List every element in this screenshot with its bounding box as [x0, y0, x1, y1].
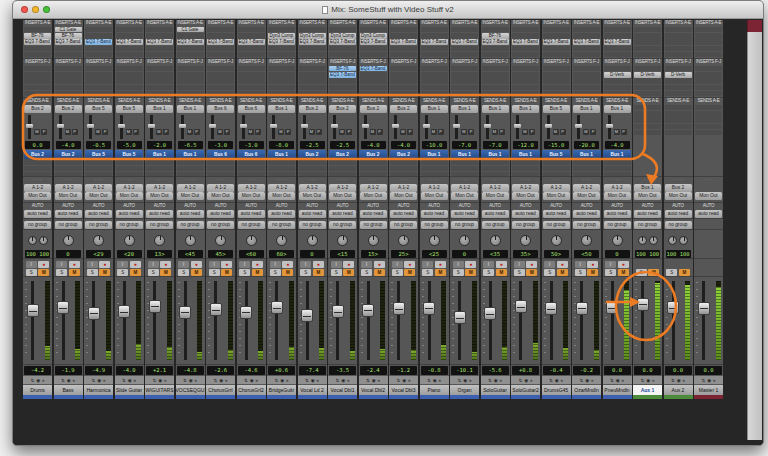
solo-button[interactable]: S: [209, 269, 220, 276]
send-assignment-vocal-dbl3[interactable]: Bus 2: [390, 150, 418, 159]
send-selector-vocal-dbl2[interactable]: Bus 2: [360, 105, 387, 113]
pan-knob[interactable]: [581, 235, 592, 246]
send-slot-empty[interactable]: [695, 124, 722, 130]
automation-mode-slide-guitar[interactable]: auto read: [116, 210, 143, 218]
insert-a4-piano-empty[interactable]: [421, 46, 448, 52]
pan-knob[interactable]: [154, 235, 165, 246]
insert-a3-piano[interactable]: EQ3 7-Band: [421, 39, 448, 45]
insert-a1-wiguitars-empty[interactable]: [146, 27, 173, 33]
send-pre-button[interactable]: P: [72, 129, 78, 135]
pan-knob[interactable]: [124, 235, 135, 246]
group-selector-vocal-dbl3[interactable]: no group: [390, 221, 417, 229]
track-name-piano[interactable]: Piano: [420, 385, 449, 395]
input-monitor-button[interactable]: I: [575, 261, 586, 268]
insert-a2-vocal-dbl2[interactable]: Dyn3 Comp: [360, 33, 387, 39]
insert-f4-vocal-dbl3-empty[interactable]: [390, 85, 417, 91]
insert-a3-vocal-dbl3[interactable]: EQ3 7-Band: [390, 39, 417, 45]
send-pre-button[interactable]: P: [438, 129, 444, 135]
group-selector-vocseqgus[interactable]: no group: [177, 221, 204, 229]
automation-mode-vocal-dbl3[interactable]: auto read: [390, 210, 417, 218]
insert-f2-drumsg45-empty[interactable]: [543, 72, 570, 78]
fader-track-master-1[interactable]: [702, 281, 705, 360]
input-selector-vocal-dbl3[interactable]: A 1-2: [390, 184, 417, 192]
insert-a1-organ-empty[interactable]: [451, 27, 478, 33]
insert-a3-bass[interactable]: EQ3 7-Band: [55, 39, 82, 45]
fader-track-sologuitar2[interactable]: [519, 281, 522, 360]
automation-mode-aux-2[interactable]: auto read: [665, 210, 692, 218]
mute-button[interactable]: M: [526, 269, 537, 276]
mute-button[interactable]: M: [648, 269, 659, 276]
mute-button[interactable]: M: [465, 269, 476, 276]
send-mute-button[interactable]: M: [461, 129, 467, 135]
insert-f4-vocal-ld-2-empty[interactable]: [299, 85, 326, 91]
send-mute-button[interactable]: M: [309, 129, 315, 135]
insert-a2-ozarmndln-empty[interactable]: [573, 33, 600, 39]
insert-f1-vocal-ld-2-empty[interactable]: [299, 66, 326, 72]
insert-f1-vocal-dbl2[interactable]: EQ3 7-Band: [360, 66, 387, 72]
send-slot-empty[interactable]: [634, 105, 661, 111]
send-selector-chorusgrrl[interactable]: Bus 6: [207, 105, 234, 113]
insert-f2-aux-1[interactable]: D-Verb: [634, 72, 661, 78]
expand-icon[interactable]: »: [622, 378, 625, 383]
expand-icon[interactable]: »: [408, 378, 411, 383]
send-mini-fader-slide-guitar[interactable]: [120, 115, 123, 139]
send-pre-button[interactable]: P: [346, 129, 352, 135]
fader-track-drumsg45[interactable]: [550, 281, 553, 360]
send-mute-button[interactable]: M: [248, 129, 254, 135]
send-selector-chorusgrl2[interactable]: Bus 6: [238, 105, 265, 113]
send-selector-vocseqgus[interactable]: Bus 1: [177, 105, 204, 113]
send-assignment-vocal-ld-2[interactable]: Bus 2: [298, 150, 326, 159]
record-enable-button[interactable]: ●: [69, 261, 80, 268]
insert-f3-vocal-dbl2-empty[interactable]: [360, 78, 387, 84]
send-slot-empty[interactable]: [604, 166, 631, 172]
insert-a3-aux-1-empty[interactable]: [634, 39, 661, 45]
send-slot-empty[interactable]: [55, 159, 82, 165]
track-name-vocal-dbl1[interactable]: Vocal Dbl1: [328, 385, 357, 395]
input-selector-vocal-dbl2[interactable]: A 1-2: [360, 184, 387, 192]
insert-a5-sologuitar2-empty[interactable]: [512, 52, 539, 58]
insert-a3-bridgeguitr[interactable]: EQ3 7-Band: [268, 39, 295, 45]
track-view-icon[interactable]: ⇅: [366, 378, 370, 383]
track-name-vocal-ld-2[interactable]: Vocal Ld 2: [298, 385, 327, 395]
automation-mode-bridgeguitr[interactable]: auto read: [268, 210, 295, 218]
output-selector-chorusgrrl[interactable]: Mon Out: [207, 192, 234, 200]
output-selector-organ[interactable]: Mon Out: [451, 192, 478, 200]
send-selector-sologuitar2[interactable]: Bus 1: [512, 105, 539, 113]
insert-a4-bass-empty[interactable]: [55, 46, 82, 52]
track-view-icon[interactable]: ⇅: [61, 378, 65, 383]
send-pre-button[interactable]: P: [590, 129, 596, 135]
mute-button[interactable]: M: [404, 269, 415, 276]
send-mute-button[interactable]: M: [126, 129, 132, 135]
insert-f2-chorusgrl2-empty[interactable]: [238, 72, 265, 78]
mute-button[interactable]: M: [160, 269, 171, 276]
send-selector-vocal-dbl3[interactable]: Bus 2: [390, 105, 417, 113]
insert-a5-aux-2-empty[interactable]: [665, 52, 692, 58]
insert-a4-ozarmndln-empty[interactable]: [573, 46, 600, 52]
solo-button[interactable]: S: [453, 269, 464, 276]
insert-f2-piano-empty[interactable]: [421, 72, 448, 78]
insert-f1-master-1-empty[interactable]: [695, 66, 722, 72]
input-monitor-button[interactable]: I: [605, 261, 616, 268]
insert-f1-piano-empty[interactable]: [421, 66, 448, 72]
send-slot-empty[interactable]: [421, 159, 448, 165]
insert-a5-bridgeguitr-empty[interactable]: [268, 52, 295, 58]
pan-knob-right[interactable]: [39, 236, 48, 245]
output-selector-harmonica[interactable]: Mon Out: [85, 192, 112, 200]
pan-knob[interactable]: [63, 235, 74, 246]
send-slot-empty[interactable]: [268, 159, 295, 165]
insert-a5-vocal-dbl3-empty[interactable]: [390, 52, 417, 58]
group-selector-aux-2[interactable]: no group: [665, 221, 692, 229]
input-selector-vocseqgus[interactable]: A 1-2: [177, 184, 204, 192]
expand-icon[interactable]: »: [652, 378, 655, 383]
input-selector-wiguitars[interactable]: A 1-2: [146, 184, 173, 192]
insert-f2-vocal-dbl1[interactable]: EQ3 7-Band: [329, 72, 356, 78]
send-mute-button[interactable]: M: [583, 129, 589, 135]
insert-a4-master-1-empty[interactable]: [695, 46, 722, 52]
expand-icon[interactable]: »: [561, 378, 564, 383]
input-monitor-button[interactable]: I: [331, 261, 342, 268]
insert-a3-drumsg45[interactable]: EQ3 7-Band: [543, 39, 570, 45]
insert-f3-bass-empty[interactable]: [55, 78, 82, 84]
send-mini-fader-chorusgrl2[interactable]: [242, 115, 245, 139]
track-view-icon[interactable]: ⇅: [488, 378, 492, 383]
output-selector-aux-2[interactable]: Mon Out: [665, 192, 692, 200]
